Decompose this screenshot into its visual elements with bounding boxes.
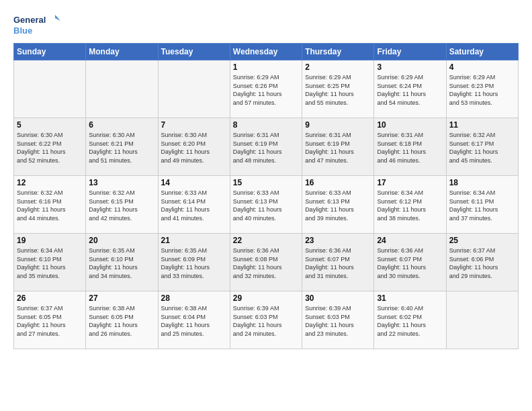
day-info: Sunrise: 6:34 AM Sunset: 6:11 PM Dayligh… <box>449 189 515 222</box>
day-info: Sunrise: 6:31 AM Sunset: 6:19 PM Dayligh… <box>305 131 371 165</box>
day-info: Sunrise: 6:37 AM Sunset: 6:05 PM Dayligh… <box>17 304 83 338</box>
day-cell: 21Sunrise: 6:35 AM Sunset: 6:09 PM Dayli… <box>158 234 230 291</box>
day-cell: 31Sunrise: 6:40 AM Sunset: 6:02 PM Dayli… <box>374 291 446 349</box>
header: General Blue <box>13 12 519 38</box>
svg-marker-1 <box>55 15 60 21</box>
day-cell: 17Sunrise: 6:34 AM Sunset: 6:12 PM Dayli… <box>374 176 446 234</box>
day-info: Sunrise: 6:29 AM Sunset: 6:24 PM Dayligh… <box>377 73 443 107</box>
day-info: Sunrise: 6:39 AM Sunset: 6:03 PM Dayligh… <box>305 304 371 338</box>
day-info: Sunrise: 6:35 AM Sunset: 6:10 PM Dayligh… <box>89 246 154 280</box>
day-cell: 23Sunrise: 6:36 AM Sunset: 6:07 PM Dayli… <box>302 234 374 291</box>
day-cell: 22Sunrise: 6:36 AM Sunset: 6:08 PM Dayli… <box>230 234 302 291</box>
day-number: 31 <box>377 293 443 303</box>
day-info: Sunrise: 6:32 AM Sunset: 6:17 PM Dayligh… <box>449 131 515 165</box>
day-number: 16 <box>305 178 371 187</box>
day-info: Sunrise: 6:35 AM Sunset: 6:09 PM Dayligh… <box>161 246 227 280</box>
weekday-wednesday: Wednesday <box>230 44 302 60</box>
day-number: 10 <box>377 120 443 130</box>
day-number: 22 <box>233 236 299 245</box>
svg-text:General: General <box>13 15 46 25</box>
day-number: 20 <box>89 236 154 245</box>
calendar: SundayMondayTuesdayWednesdayThursdayFrid… <box>13 43 519 349</box>
day-info: Sunrise: 6:38 AM Sunset: 6:05 PM Dayligh… <box>89 304 154 338</box>
day-number: 2 <box>305 62 371 72</box>
week-row-2: 5Sunrise: 6:30 AM Sunset: 6:22 PM Daylig… <box>14 118 519 176</box>
week-row-4: 19Sunrise: 6:34 AM Sunset: 6:10 PM Dayli… <box>14 234 519 291</box>
weekday-header-row: SundayMondayTuesdayWednesdayThursdayFrid… <box>14 44 519 60</box>
day-info: Sunrise: 6:30 AM Sunset: 6:21 PM Dayligh… <box>89 131 154 165</box>
day-cell <box>14 60 86 118</box>
day-number: 23 <box>305 236 371 245</box>
day-cell: 1Sunrise: 6:29 AM Sunset: 6:26 PM Daylig… <box>230 60 302 118</box>
day-info: Sunrise: 6:32 AM Sunset: 6:16 PM Dayligh… <box>17 189 83 222</box>
day-info: Sunrise: 6:32 AM Sunset: 6:15 PM Dayligh… <box>89 189 154 222</box>
day-info: Sunrise: 6:38 AM Sunset: 6:04 PM Dayligh… <box>161 304 227 338</box>
day-info: Sunrise: 6:30 AM Sunset: 6:22 PM Dayligh… <box>17 131 83 165</box>
day-number: 21 <box>161 236 227 245</box>
day-number: 9 <box>305 120 371 130</box>
svg-text:Blue: Blue <box>13 26 32 36</box>
day-number: 24 <box>377 236 443 245</box>
day-number: 27 <box>89 293 154 303</box>
week-row-1: 1Sunrise: 6:29 AM Sunset: 6:26 PM Daylig… <box>14 60 519 118</box>
day-number: 1 <box>233 62 299 72</box>
day-info: Sunrise: 6:34 AM Sunset: 6:10 PM Dayligh… <box>17 246 83 280</box>
weekday-thursday: Thursday <box>302 44 374 60</box>
day-number: 30 <box>305 293 371 303</box>
day-info: Sunrise: 6:31 AM Sunset: 6:18 PM Dayligh… <box>377 131 443 165</box>
day-cell: 13Sunrise: 6:32 AM Sunset: 6:15 PM Dayli… <box>86 176 158 234</box>
week-row-5: 26Sunrise: 6:37 AM Sunset: 6:05 PM Dayli… <box>14 291 519 349</box>
day-number: 19 <box>17 236 83 245</box>
weekday-saturday: Saturday <box>446 44 518 60</box>
day-info: Sunrise: 6:30 AM Sunset: 6:20 PM Dayligh… <box>161 131 227 165</box>
day-cell: 18Sunrise: 6:34 AM Sunset: 6:11 PM Dayli… <box>446 176 518 234</box>
day-cell: 28Sunrise: 6:38 AM Sunset: 6:04 PM Dayli… <box>158 291 230 349</box>
day-cell: 29Sunrise: 6:39 AM Sunset: 6:03 PM Dayli… <box>230 291 302 349</box>
day-cell: 16Sunrise: 6:33 AM Sunset: 6:13 PM Dayli… <box>302 176 374 234</box>
day-cell <box>86 60 158 118</box>
day-cell: 3Sunrise: 6:29 AM Sunset: 6:24 PM Daylig… <box>374 60 446 118</box>
logo: General Blue <box>13 12 60 38</box>
day-cell: 25Sunrise: 6:37 AM Sunset: 6:06 PM Dayli… <box>446 234 518 291</box>
day-number: 17 <box>377 178 443 187</box>
day-cell: 6Sunrise: 6:30 AM Sunset: 6:21 PM Daylig… <box>86 118 158 176</box>
day-info: Sunrise: 6:36 AM Sunset: 6:07 PM Dayligh… <box>377 246 443 280</box>
day-number: 3 <box>377 62 443 72</box>
day-cell: 12Sunrise: 6:32 AM Sunset: 6:16 PM Dayli… <box>14 176 86 234</box>
day-number: 18 <box>449 178 515 187</box>
weekday-sunday: Sunday <box>14 44 86 60</box>
day-info: Sunrise: 6:29 AM Sunset: 6:25 PM Dayligh… <box>305 73 371 107</box>
day-cell: 9Sunrise: 6:31 AM Sunset: 6:19 PM Daylig… <box>302 118 374 176</box>
day-number: 14 <box>161 178 227 187</box>
day-cell: 8Sunrise: 6:31 AM Sunset: 6:19 PM Daylig… <box>230 118 302 176</box>
day-number: 7 <box>161 120 227 130</box>
day-number: 25 <box>449 236 515 245</box>
day-cell: 14Sunrise: 6:33 AM Sunset: 6:14 PM Dayli… <box>158 176 230 234</box>
day-number: 4 <box>449 62 515 72</box>
day-cell: 30Sunrise: 6:39 AM Sunset: 6:03 PM Dayli… <box>302 291 374 349</box>
day-cell: 15Sunrise: 6:33 AM Sunset: 6:13 PM Dayli… <box>230 176 302 234</box>
weekday-tuesday: Tuesday <box>158 44 230 60</box>
day-info: Sunrise: 6:33 AM Sunset: 6:13 PM Dayligh… <box>305 189 371 222</box>
day-info: Sunrise: 6:33 AM Sunset: 6:14 PM Dayligh… <box>161 189 227 222</box>
day-info: Sunrise: 6:37 AM Sunset: 6:06 PM Dayligh… <box>449 246 515 280</box>
day-cell: 20Sunrise: 6:35 AM Sunset: 6:10 PM Dayli… <box>86 234 158 291</box>
weekday-friday: Friday <box>374 44 446 60</box>
logo-svg: General Blue <box>13 12 60 38</box>
day-info: Sunrise: 6:31 AM Sunset: 6:19 PM Dayligh… <box>233 131 299 165</box>
day-number: 26 <box>17 293 83 303</box>
day-cell: 2Sunrise: 6:29 AM Sunset: 6:25 PM Daylig… <box>302 60 374 118</box>
day-cell: 11Sunrise: 6:32 AM Sunset: 6:17 PM Dayli… <box>446 118 518 176</box>
day-info: Sunrise: 6:29 AM Sunset: 6:26 PM Dayligh… <box>233 73 299 107</box>
day-info: Sunrise: 6:40 AM Sunset: 6:02 PM Dayligh… <box>377 304 443 338</box>
day-cell: 7Sunrise: 6:30 AM Sunset: 6:20 PM Daylig… <box>158 118 230 176</box>
weekday-monday: Monday <box>86 44 158 60</box>
day-cell: 19Sunrise: 6:34 AM Sunset: 6:10 PM Dayli… <box>14 234 86 291</box>
day-number: 13 <box>89 178 154 187</box>
day-info: Sunrise: 6:36 AM Sunset: 6:07 PM Dayligh… <box>305 246 371 280</box>
day-cell: 4Sunrise: 6:29 AM Sunset: 6:23 PM Daylig… <box>446 60 518 118</box>
day-number: 28 <box>161 293 227 303</box>
day-cell: 27Sunrise: 6:38 AM Sunset: 6:05 PM Dayli… <box>86 291 158 349</box>
week-row-3: 12Sunrise: 6:32 AM Sunset: 6:16 PM Dayli… <box>14 176 519 234</box>
day-cell: 5Sunrise: 6:30 AM Sunset: 6:22 PM Daylig… <box>14 118 86 176</box>
